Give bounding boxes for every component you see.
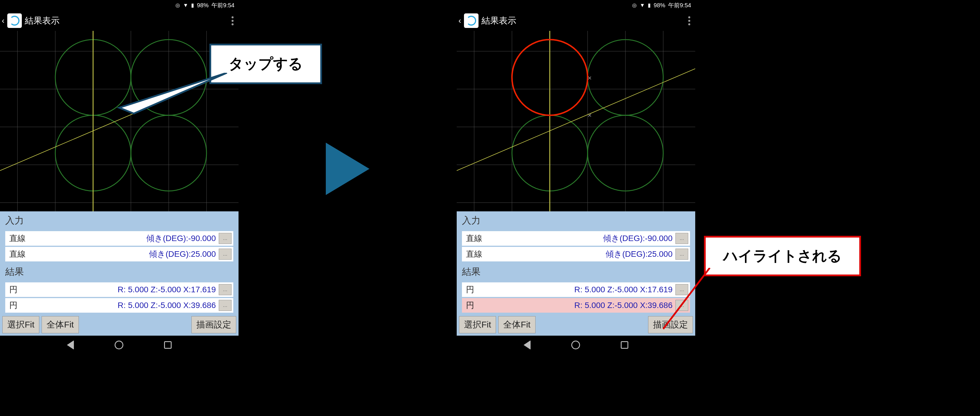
back-icon[interactable]: ‹ bbox=[458, 16, 461, 26]
input-row-2[interactable]: 直線 傾き(DEG):25.000 … bbox=[462, 247, 690, 261]
nav-back-icon[interactable] bbox=[523, 340, 531, 350]
battery-icon: ▮ bbox=[191, 2, 194, 8]
wifi-icon: ▼ bbox=[640, 2, 645, 8]
row-value: 傾き(DEG):-90.000 bbox=[38, 233, 219, 244]
result-row-2[interactable]: 円 R: 5.000 Z:-5.000 X:39.686 … bbox=[5, 298, 233, 312]
draw-settings-button[interactable]: 描画設定 bbox=[191, 316, 236, 333]
nav-recent-icon[interactable] bbox=[164, 341, 172, 349]
app-logo bbox=[464, 13, 479, 28]
row-options-button[interactable]: … bbox=[219, 233, 232, 244]
svg-line-37 bbox=[663, 268, 710, 329]
svg-line-35 bbox=[457, 69, 695, 171]
svg-text:×: × bbox=[588, 74, 592, 82]
input-row-1[interactable]: 直線 傾き(DEG):-90.000 … bbox=[5, 231, 233, 246]
row-value: 傾き(DEG):25.000 bbox=[38, 249, 219, 260]
battery-text: 98% bbox=[654, 2, 665, 9]
input-row-2[interactable]: 直線 傾き(DEG):25.000 … bbox=[5, 247, 233, 261]
row-label: 円 bbox=[9, 300, 38, 311]
svg-marker-36 bbox=[119, 73, 227, 113]
vibrate-icon: ◎ bbox=[632, 2, 637, 8]
svg-text:×: × bbox=[588, 111, 592, 119]
row-label: 円 bbox=[9, 284, 38, 295]
app-bar: ‹ 結果表示 bbox=[457, 11, 695, 31]
clock: 午前9:54 bbox=[212, 2, 234, 9]
app-logo bbox=[7, 13, 22, 28]
result-row-1[interactable]: 円 R: 5.000 Z:-5.000 X:17.619 … bbox=[5, 282, 233, 297]
result-row-2-highlighted[interactable]: 円 R: 5.000 Z:-5.000 X:39.686 … bbox=[462, 298, 690, 312]
select-fit-button[interactable]: 選択Fit bbox=[459, 316, 496, 333]
row-label: 円 bbox=[466, 300, 495, 311]
nav-home-icon[interactable] bbox=[571, 341, 580, 349]
row-options-button[interactable]: … bbox=[219, 249, 232, 260]
wifi-icon: ▼ bbox=[183, 2, 188, 8]
all-fit-button[interactable]: 全体Fit bbox=[41, 316, 78, 333]
battery-icon: ▮ bbox=[648, 2, 651, 8]
back-icon[interactable]: ‹ bbox=[2, 16, 4, 26]
status-bar: ◎ ▼ ▮ 98% 午前9:54 bbox=[457, 0, 695, 11]
row-label: 円 bbox=[466, 284, 495, 295]
app-bar: ‹ 結果表示 bbox=[0, 11, 239, 31]
select-fit-button[interactable]: 選択Fit bbox=[2, 316, 39, 333]
canvas[interactable] bbox=[0, 31, 239, 211]
result-panel: 入力 直線 傾き(DEG):-90.000 … 直線 傾き(DEG):25.00… bbox=[0, 211, 239, 336]
row-value: R: 5.000 Z:-5.000 X:17.619 bbox=[495, 285, 675, 294]
phone-after: ◎ ▼ ▮ 98% 午前9:54 ‹ 結果表示 × bbox=[457, 0, 695, 387]
android-nav bbox=[457, 336, 695, 354]
phone-before: ◎ ▼ ▮ 98% 午前9:54 ‹ 結果表示 bbox=[0, 0, 239, 387]
result-header: 結果 bbox=[0, 263, 239, 281]
clock: 午前9:54 bbox=[668, 2, 691, 9]
row-label: 直線 bbox=[9, 233, 38, 244]
row-value: R: 5.000 Z:-5.000 X:39.686 bbox=[38, 301, 219, 310]
nav-recent-icon[interactable] bbox=[621, 341, 628, 349]
button-bar: 選択Fit 全体Fit 描画設定 bbox=[457, 314, 695, 336]
android-nav bbox=[0, 336, 239, 354]
row-value: R: 5.000 Z:-5.000 X:17.619 bbox=[38, 285, 219, 294]
menu-icon[interactable] bbox=[228, 16, 237, 26]
row-label: 直線 bbox=[466, 233, 495, 244]
row-label: 直線 bbox=[466, 249, 495, 260]
row-value: 傾き(DEG):25.000 bbox=[495, 249, 675, 260]
row-label: 直線 bbox=[9, 249, 38, 260]
row-options-button[interactable]: … bbox=[219, 300, 232, 311]
row-value: R: 5.000 Z:-5.000 X:39.686 bbox=[495, 301, 675, 310]
row-options-button[interactable]: … bbox=[675, 249, 688, 260]
menu-icon[interactable] bbox=[685, 16, 694, 26]
result-row-1[interactable]: 円 R: 5.000 Z:-5.000 X:17.619 … bbox=[462, 282, 690, 297]
app-title: 結果表示 bbox=[481, 15, 682, 27]
callout-highlight-pointer bbox=[660, 268, 719, 332]
button-bar: 選択Fit 全体Fit 描画設定 bbox=[0, 314, 239, 336]
battery-text: 98% bbox=[197, 2, 208, 9]
row-options-button[interactable]: … bbox=[675, 233, 688, 244]
app-title: 結果表示 bbox=[25, 15, 225, 27]
transition-arrow-icon bbox=[326, 143, 369, 195]
input-header: 入力 bbox=[0, 211, 239, 230]
all-fit-button[interactable]: 全体Fit bbox=[498, 316, 535, 333]
callout-highlight: ハイライトされる bbox=[704, 236, 861, 276]
row-options-button[interactable]: … bbox=[219, 284, 232, 295]
status-bar: ◎ ▼ ▮ 98% 午前9:54 bbox=[0, 0, 239, 11]
vibrate-icon: ◎ bbox=[175, 2, 180, 8]
nav-back-icon[interactable] bbox=[67, 340, 74, 350]
input-header: 入力 bbox=[457, 211, 695, 230]
callout-tap-pointer bbox=[116, 73, 233, 116]
result-header: 結果 bbox=[457, 263, 695, 281]
canvas[interactable]: × × bbox=[457, 31, 695, 211]
row-value: 傾き(DEG):-90.000 bbox=[495, 233, 675, 244]
result-panel: 入力 直線 傾き(DEG):-90.000 … 直線 傾き(DEG):25.00… bbox=[457, 211, 695, 336]
input-row-1[interactable]: 直線 傾き(DEG):-90.000 … bbox=[462, 231, 690, 246]
nav-home-icon[interactable] bbox=[115, 341, 123, 349]
